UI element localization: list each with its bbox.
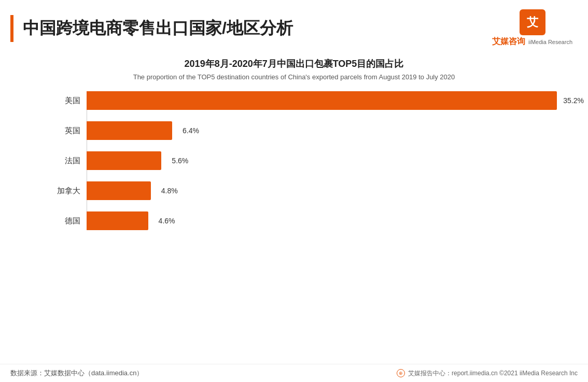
chart-container: 2019年8月-2020年7月中国出口包裹TOP5目的国占比 The propo…	[0, 52, 588, 247]
footer: 数据来源：艾媒数据中心（data.iimedia.cn） ⊕ 艾媒报告中心：re…	[0, 364, 588, 382]
header-accent-bar	[10, 15, 13, 42]
bar-track: 35.2%	[87, 91, 557, 110]
bar-label: 美国	[52, 96, 80, 106]
logo-icon: 艾	[520, 9, 545, 35]
bar-track: 6.4%	[87, 121, 557, 140]
bar-row: 美国35.2%	[52, 91, 557, 110]
bar-value-label: 6.4%	[183, 126, 199, 135]
bar-label: 加拿大	[52, 186, 80, 196]
globe-icon: ⊕	[397, 369, 405, 377]
bar-track: 4.8%	[87, 181, 557, 200]
bar-fill: 4.8%	[87, 181, 151, 200]
bar-fill: 4.6%	[87, 211, 148, 230]
bar-chart: 美国35.2%英国6.4%法国5.6%加拿大4.8%德国4.6%	[21, 91, 567, 230]
bar-value-label: 4.6%	[159, 217, 175, 225]
footer-source: 数据来源：艾媒数据中心（data.iimedia.cn）	[10, 369, 143, 378]
bar-track: 5.6%	[87, 151, 557, 170]
chart-title-en: The proportion of the TOP5 destination c…	[21, 73, 567, 81]
footer-right: ⊕ 艾媒报告中心：report.iimedia.cn ©2021 iiMedia…	[397, 369, 578, 378]
bar-value-label: 35.2%	[563, 96, 584, 105]
bar-fill: 6.4%	[87, 121, 172, 140]
bar-row: 德国4.6%	[52, 211, 557, 230]
bar-label: 英国	[52, 126, 80, 136]
logo: 艾 艾媒咨询 iiMedia Research	[492, 9, 572, 47]
bar-label: 法国	[52, 156, 80, 166]
bar-value-label: 4.8%	[161, 187, 178, 195]
bar-fill: 35.2%	[87, 91, 557, 110]
chart-title-cn: 2019年8月-2020年7月中国出口包裹TOP5目的国占比	[21, 58, 567, 70]
footer-copyright: 艾媒报告中心：report.iimedia.cn ©2021 iiMedia R…	[408, 369, 578, 378]
logo-en-text: iiMedia Research	[528, 39, 572, 45]
bar-label: 德国	[52, 216, 80, 226]
bar-row: 法国5.6%	[52, 151, 557, 170]
bar-track: 4.6%	[87, 211, 557, 230]
bar-row: 英国6.4%	[52, 121, 557, 140]
page-header: 中国跨境电商零售出口国家/地区分析 艾 艾媒咨询 iiMedia Researc…	[0, 0, 588, 52]
logo-cn-text: 艾媒咨询	[492, 36, 525, 47]
page-title: 中国跨境电商零售出口国家/地区分析	[23, 17, 492, 40]
bar-row: 加拿大4.8%	[52, 181, 557, 200]
bar-fill: 5.6%	[87, 151, 161, 170]
bar-value-label: 5.6%	[172, 157, 188, 165]
